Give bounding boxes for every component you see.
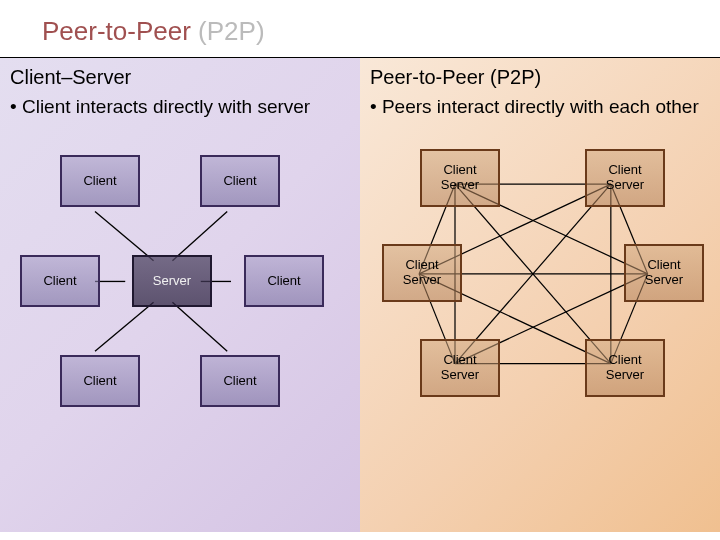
left-diagram: Client Client Client Server Client Clien… (10, 129, 350, 449)
svg-line-0 (95, 211, 154, 260)
node-client: Client (244, 255, 324, 307)
title-paren: (P2P) (198, 16, 264, 46)
node-client: Client (200, 355, 280, 407)
svg-line-10 (455, 184, 611, 363)
node-client: Client (60, 155, 140, 207)
column-p2p: Peer-to-Peer (P2P) Peers interact direct… (360, 58, 720, 532)
right-diagram: ClientServer ClientServer ClientServer C… (370, 129, 710, 449)
node-peer: ClientServer (624, 244, 704, 302)
columns: Client–Server Client interacts directly … (0, 58, 720, 532)
node-peer: ClientServer (585, 149, 665, 207)
node-peer: ClientServer (585, 339, 665, 397)
right-bullet: Peers interact directly with each other (370, 95, 710, 119)
svg-line-5 (172, 302, 227, 351)
title-text: Peer-to-Peer (42, 16, 198, 46)
node-client: Client (60, 355, 140, 407)
right-heading: Peer-to-Peer (P2P) (370, 66, 710, 89)
node-server: Server (132, 255, 212, 307)
node-peer: ClientServer (382, 244, 462, 302)
column-client-server: Client–Server Client interacts directly … (0, 58, 360, 532)
node-peer: ClientServer (420, 149, 500, 207)
slide-title: Peer-to-Peer (P2P) (0, 0, 720, 58)
left-bullet: Client interacts directly with server (10, 95, 350, 119)
svg-line-1 (172, 211, 227, 260)
node-client: Client (20, 255, 100, 307)
svg-line-13 (455, 184, 611, 363)
left-heading: Client–Server (10, 66, 350, 89)
node-client: Client (200, 155, 280, 207)
svg-line-4 (95, 302, 154, 351)
node-peer: ClientServer (420, 339, 500, 397)
